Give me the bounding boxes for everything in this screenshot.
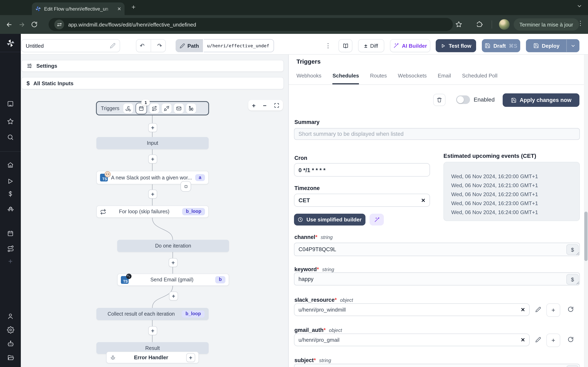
tab-webhooks[interactable]: Webhooks — [296, 73, 321, 84]
input-node[interactable]: Input — [96, 137, 209, 149]
deploy-button[interactable]: Deploy — [526, 43, 566, 49]
diff-button[interactable]: ± Diff — [358, 39, 384, 52]
apply-changes-button[interactable]: Apply changes now — [503, 93, 579, 107]
test-flow-button[interactable]: Test flow — [436, 39, 476, 52]
do-one-iteration-node[interactable]: Do one iteration — [117, 240, 229, 252]
tab-routes[interactable]: Routes — [370, 73, 387, 84]
rail-variables-icon[interactable] — [0, 188, 21, 200]
clear-resource-icon[interactable]: ✕ — [521, 337, 525, 343]
for-loop-node[interactable]: For loop (skip failures) b_loop — [96, 206, 209, 218]
zoom-out-icon[interactable]: − — [263, 102, 267, 109]
browser-tab[interactable]: Edit Flow u/henri/effective_un ✕ — [32, 2, 125, 15]
insert-step-button[interactable]: + — [169, 258, 178, 267]
ai-cron-button[interactable] — [370, 214, 384, 225]
new-tab-icon[interactable]: + — [131, 4, 136, 11]
rail-workers-icon[interactable] — [0, 338, 21, 350]
insert-variable-button[interactable]: $ — [566, 365, 579, 367]
scheduled-poll-trigger-icon[interactable] — [186, 103, 196, 113]
slack-step-node[interactable]: TS A new Slack post with a given wor... … — [96, 171, 209, 184]
rail-favorites-icon[interactable] — [0, 115, 21, 127]
reload-icon[interactable] — [31, 21, 38, 28]
refresh-resource-icon[interactable] — [568, 306, 574, 312]
rail-add-icon[interactable]: + — [0, 256, 21, 267]
tab-search-chevron-icon[interactable] — [577, 3, 582, 9]
path-input[interactable]: u/henri/effective_undef — [204, 39, 274, 52]
add-resource-button[interactable]: + — [546, 334, 560, 347]
channel-input[interactable] — [294, 243, 580, 256]
deploy-dropdown-button[interactable] — [567, 43, 579, 48]
add-error-handler-button[interactable]: + — [186, 353, 195, 362]
simplified-builder-button[interactable]: Use simplified builder — [294, 214, 365, 225]
site-settings-icon[interactable] — [54, 20, 64, 29]
undo-button[interactable]: ↶ — [136, 42, 148, 49]
draft-button[interactable]: Draft ⌘S — [482, 39, 520, 52]
redo-button[interactable]: ↷ — [154, 42, 165, 49]
edit-resource-icon[interactable] — [535, 307, 541, 312]
rail-resources-icon[interactable] — [0, 203, 21, 215]
email-trigger-icon[interactable] — [174, 103, 184, 113]
rail-folders-icon[interactable] — [0, 352, 21, 363]
fit-view-icon[interactable] — [274, 103, 279, 108]
bookmark-star-icon[interactable] — [455, 21, 462, 28]
profile-avatar[interactable] — [499, 19, 510, 30]
browser-menu-icon[interactable]: ⋮ — [577, 20, 584, 27]
rail-apps-icon[interactable] — [0, 98, 21, 109]
rail-flows-icon[interactable] — [0, 243, 21, 254]
module-action-button[interactable] — [181, 181, 191, 192]
tab-websockets[interactable]: Websockets — [398, 73, 427, 84]
url-bar[interactable]: app.windmill.dev/flows/edit/u/henri/effe… — [49, 18, 453, 31]
rail-logs-icon[interactable] — [0, 365, 21, 367]
refresh-resource-icon[interactable] — [568, 336, 574, 342]
page-scrollbar[interactable] — [584, 55, 588, 367]
scrollbar-thumb[interactable] — [584, 212, 588, 261]
send-email-node[interactable]: TS Send Email (gmail) b — [117, 274, 229, 286]
cron-input[interactable] — [294, 163, 430, 176]
flow-name-input[interactable]: Untitled — [21, 39, 120, 52]
insert-step-button[interactable]: + — [148, 190, 157, 199]
clear-timezone-icon[interactable]: ✕ — [421, 197, 425, 203]
back-icon[interactable] — [6, 21, 13, 28]
rail-search-icon[interactable] — [0, 131, 21, 143]
rail-schedules-icon[interactable] — [0, 227, 21, 239]
error-handler-node[interactable]: Error Handler + — [106, 351, 199, 363]
insert-step-button[interactable]: + — [148, 123, 157, 132]
keyword-input[interactable] — [294, 272, 580, 285]
flow-canvas[interactable]: Settings $ All Static Inputs Triggers — [21, 55, 289, 367]
insert-step-button[interactable]: + — [148, 155, 157, 164]
add-resource-button[interactable]: + — [546, 303, 560, 317]
docs-button[interactable] — [338, 39, 352, 52]
resize-grip-icon[interactable] — [576, 252, 579, 255]
route-trigger-icon[interactable] — [150, 103, 159, 113]
enabled-toggle[interactable] — [456, 95, 470, 104]
forward-icon[interactable] — [18, 21, 25, 28]
schedule-trigger-icon[interactable]: 1 — [136, 103, 147, 114]
extensions-icon[interactable] — [476, 21, 483, 28]
subject-input[interactable] — [294, 364, 580, 367]
slack-resource-input[interactable]: u/henri/pro_windmill ✕ — [294, 303, 530, 316]
resize-grip-icon[interactable] — [576, 281, 579, 285]
tab-schedules[interactable]: Schedules — [332, 73, 359, 84]
insert-step-button[interactable]: + — [169, 292, 178, 300]
zoom-in-icon[interactable]: + — [252, 102, 256, 109]
edit-resource-icon[interactable] — [535, 337, 541, 342]
insert-step-button[interactable]: + — [148, 326, 157, 335]
ai-builder-button[interactable]: AI Builder — [390, 39, 430, 52]
windmill-logo[interactable] — [0, 38, 21, 49]
summary-input[interactable] — [294, 128, 580, 140]
rail-user-icon[interactable] — [0, 310, 21, 322]
collect-result-node[interactable]: Collect result of each iteration b_loop — [96, 308, 209, 320]
rail-runs-icon[interactable] — [0, 175, 21, 187]
edit-pencil-icon[interactable] — [110, 43, 116, 49]
rail-home-icon[interactable] — [0, 159, 21, 170]
tab-email[interactable]: Email — [438, 73, 451, 84]
websocket-trigger-icon[interactable] — [162, 103, 172, 113]
tab-scheduled-poll[interactable]: Scheduled Poll — [462, 73, 497, 84]
more-options-icon[interactable]: ⋮ — [325, 42, 331, 49]
timezone-input[interactable]: CET ✕ — [294, 194, 430, 207]
browser-update-button[interactable]: Terminer la mise à jour — [514, 18, 579, 31]
rail-settings-icon[interactable] — [0, 324, 21, 336]
webhook-trigger-icon[interactable] — [123, 103, 133, 113]
tab-close-icon[interactable]: ✕ — [117, 6, 121, 11]
gmail-auth-input[interactable]: u/henri/pro_gmail ✕ — [294, 334, 530, 346]
delete-schedule-button[interactable] — [433, 94, 445, 106]
